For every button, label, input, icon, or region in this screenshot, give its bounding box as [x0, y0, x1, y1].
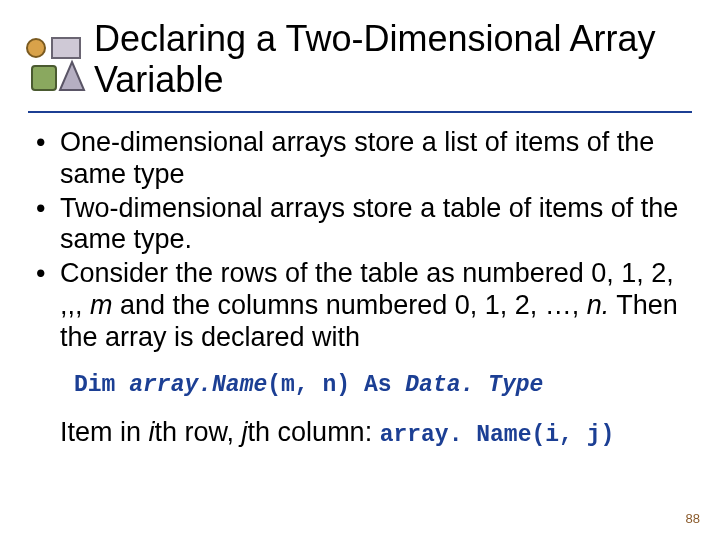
item-text: th column:: [248, 417, 380, 447]
page-number: 88: [686, 511, 700, 526]
title-underline: [28, 111, 692, 113]
code-name: array.Name: [129, 372, 267, 398]
item-access-line: Item in ith row, jth column: array. Name…: [60, 417, 688, 449]
code-args: (m, n): [267, 372, 364, 398]
bullet-text: and the columns numbered 0, 1, 2, …,: [113, 290, 587, 320]
slide-title: Declaring a Two-Dimensional Array Variab…: [94, 18, 692, 107]
bullet-text: One-dimensional arrays store a list of i…: [60, 127, 654, 189]
code-type: Data. Type: [405, 372, 543, 398]
shapes-logo-icon: [22, 32, 86, 96]
item-code: array. Name(i, j): [380, 422, 615, 448]
bullet-item: Two-dimensional arrays store a table of …: [32, 193, 688, 257]
svg-marker-3: [60, 62, 84, 90]
item-text: Item in: [60, 417, 149, 447]
bullet-item: One-dimensional arrays store a list of i…: [32, 127, 688, 191]
slide-header: Declaring a Two-Dimensional Array Variab…: [0, 0, 720, 107]
code-declaration: Dim array.Name(m, n) As Data. Type: [74, 372, 688, 399]
bullet-em: n.: [587, 290, 610, 320]
bullet-em: m: [90, 290, 113, 320]
svg-point-0: [27, 39, 45, 57]
item-text: th row,: [155, 417, 242, 447]
bullet-item: Consider the rows of the table as number…: [32, 258, 688, 354]
bullet-text: Two-dimensional arrays store a table of …: [60, 193, 678, 255]
svg-rect-1: [52, 38, 80, 58]
bullet-list: One-dimensional arrays store a list of i…: [32, 127, 688, 354]
code-keyword: As: [364, 372, 405, 398]
svg-rect-2: [32, 66, 56, 90]
slide-body: One-dimensional arrays store a list of i…: [0, 127, 720, 449]
slide: Declaring a Two-Dimensional Array Variab…: [0, 0, 720, 540]
code-keyword: Dim: [74, 372, 129, 398]
